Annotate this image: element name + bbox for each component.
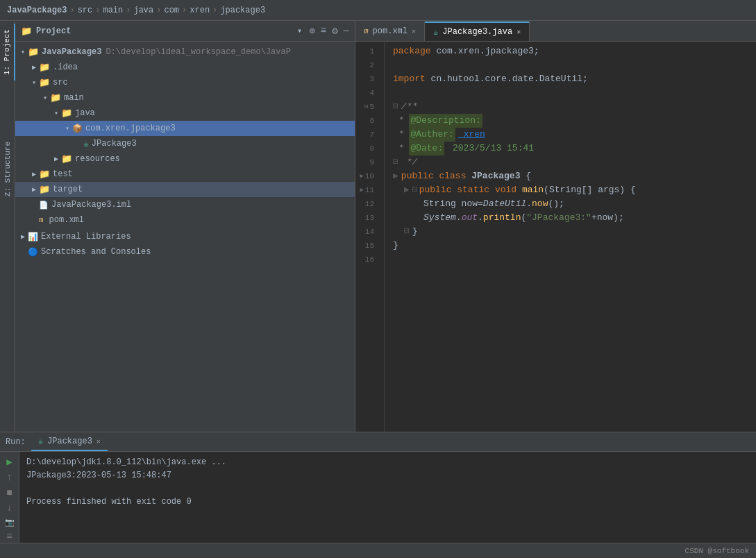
javadoc-open: /** xyxy=(401,100,417,114)
tree-icon-class: ☕ xyxy=(83,138,89,149)
run-output: D:\develop\jdk1.8.0_112\bin\java.exe ...… xyxy=(19,452,756,543)
tree-label-ext-lib: External Libraries xyxy=(41,232,131,242)
code-line-8: * @Date: 2023/5/13 15:41 xyxy=(385,142,756,155)
fold-arrow-11[interactable]: ▶ xyxy=(355,183,364,197)
tree-icon-main: 📁 xyxy=(50,92,61,103)
tree-icon-resources: 📁 xyxy=(61,153,72,164)
kw-package: package xyxy=(393,44,436,58)
tree-icon-test: 📁 xyxy=(39,169,50,180)
tree-item-package[interactable]: ▾ 📦 com.xren.jpackage3 xyxy=(15,121,355,136)
tree-item-main[interactable]: ▾ 📁 main xyxy=(15,90,355,105)
tab-jpackage3-icon: ☕ xyxy=(433,27,438,37)
run-filter-button[interactable]: ≡ xyxy=(2,531,17,542)
fold-arrow-5[interactable]: ⊟ xyxy=(360,100,368,114)
run-tab-jpackage3[interactable]: ☕ JPackage3 ✕ xyxy=(31,433,108,451)
method-now: now xyxy=(532,197,548,211)
tree-item-test[interactable]: ▶ 📁 test xyxy=(15,167,355,182)
breadcrumb-sep6: › xyxy=(212,6,217,15)
panel-action-list[interactable]: ≡ xyxy=(321,25,326,37)
class-system: System xyxy=(423,211,456,225)
tab-jpackage3[interactable]: ☕ JPackage3.java ✕ xyxy=(425,22,530,41)
tree-item-idea[interactable]: ▶ 📁 .idea xyxy=(15,60,355,75)
method-main: main xyxy=(522,183,544,197)
editor-tabs: m pom.xml ✕ ☕ JPackage3.java ✕ xyxy=(355,21,756,42)
tree-arrow-root: ▾ xyxy=(18,48,28,56)
kw-class-10: class xyxy=(439,169,471,183)
fold-arrow-10[interactable]: ▶ xyxy=(355,169,364,183)
tree-icon-iml: 📄 xyxy=(39,201,49,210)
javadoc-val-auther: xren xyxy=(458,128,485,142)
tree-label-pom: pom.xml xyxy=(49,215,84,225)
code-line-9: ⊟ */ xyxy=(385,155,756,169)
code-editor[interactable]: 1 2 3 4 ⊟5 6 7 8 9 ▶10 ▶11 12 13 14 xyxy=(355,42,756,432)
type-string: String xyxy=(423,197,462,211)
kw-import: import xyxy=(393,72,431,86)
code-line-12: String now=DateUtil.now(); xyxy=(385,197,756,211)
tree-item-javapackage3-root[interactable]: ▾ 📁 JavaPackage3 D:\develop\ideal_worksp… xyxy=(15,44,355,60)
run-indicator-10[interactable]: ▶ xyxy=(393,169,398,183)
param-type: String xyxy=(549,183,582,197)
sidebar-tab-project[interactable]: 1: Project xyxy=(0,24,15,81)
panel-action-settings[interactable]: ⚙ xyxy=(332,25,337,37)
tab-pom-close[interactable]: ✕ xyxy=(412,27,416,35)
tree-arrow-package: ▾ xyxy=(62,124,72,133)
tree-item-target[interactable]: ▶ 📁 target xyxy=(15,182,355,197)
fold-indicator-14[interactable]: ⊟ xyxy=(404,225,410,239)
run-tab-close[interactable]: ✕ xyxy=(96,437,101,446)
panel-actions: ⊕ ≡ ⚙ — xyxy=(309,25,349,37)
field-out: out xyxy=(462,211,478,225)
main-content: 1: Project Z: Structure 📁 Project ▾ ⊕ ≡ … xyxy=(0,21,756,432)
sidebar-tab-structure[interactable]: Z: Structure xyxy=(1,136,15,202)
tree-item-pom[interactable]: m pom.xml xyxy=(15,212,355,228)
breadcrumb-project[interactable]: JavaPackage3 xyxy=(7,6,67,15)
tree-item-jpackage3-class[interactable]: ☕ JPackage3 xyxy=(15,136,355,151)
tree-item-iml[interactable]: 📄 JavaPackage3.iml xyxy=(15,197,355,212)
breadcrumb-sep3: › xyxy=(126,6,131,15)
tree-path-root: D:\develop\ideal_workspace_demo\JavaP xyxy=(106,47,290,57)
run-indicator-11[interactable]: ▶ xyxy=(404,183,410,197)
tree-item-ext-lib[interactable]: ▶ 📊 External Libraries xyxy=(15,229,355,244)
ln-2: 2 xyxy=(355,58,378,72)
tab-jpackage3-close[interactable]: ✕ xyxy=(516,28,521,36)
tab-pom-label: pom.xml xyxy=(373,26,408,36)
kw-public-11: public xyxy=(419,183,457,197)
tree-arrow-target: ▶ xyxy=(29,185,39,194)
tree-label-idea: .idea xyxy=(53,62,78,72)
run-down-button[interactable]: ↓ xyxy=(2,502,17,514)
fold-indicator-5[interactable]: ⊟ xyxy=(393,100,398,114)
ln-6: 6 xyxy=(355,114,378,128)
run-stop-button[interactable]: ■ xyxy=(2,487,17,498)
code-line-7: * @Auther: xren xyxy=(385,128,756,142)
breadcrumb-com: com xyxy=(164,6,179,15)
ln-16: 16 xyxy=(355,253,378,267)
tree-item-resources[interactable]: ▶ 📁 resources xyxy=(15,151,355,167)
run-play-button[interactable]: ▶ xyxy=(2,456,17,468)
breadcrumb-pkg: jpackage3 xyxy=(220,6,265,15)
tab-pom[interactable]: m pom.xml ✕ xyxy=(355,22,425,41)
project-tree: ▾ 📁 JavaPackage3 D:\develop\ideal_worksp… xyxy=(15,42,355,432)
panel-action-scope[interactable]: ⊕ xyxy=(309,25,314,37)
tree-arrow-src: ▾ xyxy=(29,78,39,87)
run-output-empty xyxy=(26,482,749,496)
tree-item-src[interactable]: ▾ 📁 src xyxy=(15,75,355,90)
code-line-2 xyxy=(385,58,756,72)
run-camera-button[interactable]: 📷 xyxy=(2,518,17,527)
tree-item-scratches[interactable]: 🔵 Scratches and Consoles xyxy=(15,244,355,260)
run-up-button[interactable]: ↑ xyxy=(2,472,17,483)
tab-jpackage3-label: JPackage3.java xyxy=(442,27,512,37)
tree-item-java[interactable]: ▾ 📁 java xyxy=(15,105,355,121)
status-bar: CSDN @softbook xyxy=(0,543,756,558)
ln-12: 12 xyxy=(355,197,378,211)
tree-arrow-resources: ▶ xyxy=(51,155,61,163)
fold-indicator-11[interactable]: ⊟ xyxy=(412,183,418,197)
code-line-4 xyxy=(385,86,756,100)
tab-pom-icon: m xyxy=(364,27,369,35)
ln-1: 1 xyxy=(355,44,378,58)
ln-5: ⊟5 xyxy=(355,100,378,114)
panel-action-minimize[interactable]: — xyxy=(344,25,349,37)
javadoc-tag-date: @Date: xyxy=(409,142,444,155)
import-pkg: cn.hutool.core.date.DateUtil xyxy=(431,72,582,86)
code-content[interactable]: package com.xren.jpackage3; import cn.hu… xyxy=(385,42,756,432)
run-panel: Run: ☕ JPackage3 ✕ ▶ ↑ ■ ↓ 📷 ≡ ⇅ D:\deve… xyxy=(0,432,756,543)
fold-indicator-9[interactable]: ⊟ xyxy=(393,155,398,169)
